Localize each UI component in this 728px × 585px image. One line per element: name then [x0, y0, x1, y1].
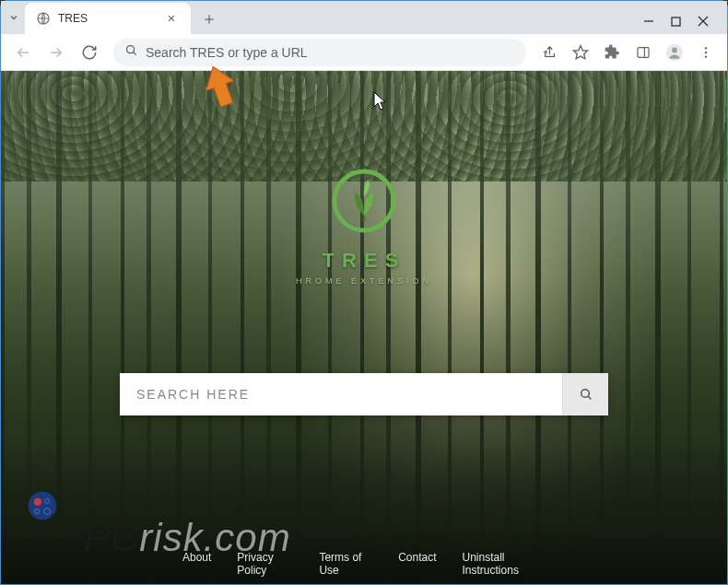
- svg-rect-14: [638, 47, 649, 57]
- page-content: TRES HROME EXTENSION About Privacy Polic…: [1, 71, 727, 584]
- search-icon: [124, 43, 138, 61]
- bookmark-icon[interactable]: [567, 39, 594, 66]
- search-input[interactable]: [120, 373, 562, 415]
- svg-point-23: [581, 390, 589, 398]
- svg-point-20: [705, 55, 707, 57]
- svg-line-24: [588, 396, 591, 399]
- search-box: [120, 373, 608, 415]
- browser-window: TRES: [0, 0, 728, 585]
- toolbar: [1, 34, 727, 71]
- brand-name: TRES: [296, 249, 432, 273]
- extensions-icon[interactable]: [598, 39, 626, 66]
- footer-links: About Privacy Policy Terms of Use Contac…: [182, 551, 546, 577]
- svg-point-18: [705, 47, 707, 49]
- svg-point-25: [29, 492, 57, 521]
- watermark-badge-icon: [27, 490, 58, 521]
- brand-subtitle: HROME EXTENSION: [296, 276, 432, 286]
- svg-point-11: [127, 46, 135, 53]
- footer-link-privacy[interactable]: Privacy Policy: [237, 551, 293, 577]
- close-window-button[interactable]: [698, 16, 709, 27]
- address-bar[interactable]: [113, 39, 526, 66]
- svg-rect-6: [672, 18, 680, 26]
- svg-point-19: [705, 51, 707, 53]
- forward-button[interactable]: [41, 38, 71, 67]
- close-icon[interactable]: [163, 10, 180, 28]
- share-icon[interactable]: [535, 39, 563, 66]
- back-button[interactable]: [8, 38, 38, 67]
- footer-link-contact[interactable]: Contact: [398, 551, 436, 577]
- footer-link-about[interactable]: About: [182, 551, 211, 577]
- svg-line-12: [134, 53, 136, 55]
- tab-strip: TRES: [25, 3, 643, 34]
- svg-point-28: [35, 509, 40, 513]
- leaf-logo-icon: [327, 164, 401, 238]
- footer-link-uninstall[interactable]: Uninstall Instructions: [463, 551, 546, 577]
- tab-search-button[interactable]: [8, 10, 25, 34]
- svg-point-29: [44, 509, 51, 515]
- svg-point-27: [45, 498, 50, 503]
- omnibox-input[interactable]: [146, 45, 515, 60]
- tab-title: TRES: [58, 12, 88, 25]
- footer-link-terms[interactable]: Terms of Use: [319, 551, 372, 577]
- search-button[interactable]: [562, 373, 608, 415]
- maximize-button[interactable]: [671, 17, 681, 27]
- new-tab-button[interactable]: [196, 6, 222, 32]
- svg-marker-13: [574, 45, 588, 58]
- minimize-button[interactable]: [643, 16, 654, 27]
- globe-icon: [36, 11, 51, 26]
- svg-point-17: [672, 47, 677, 53]
- side-panel-icon[interactable]: [629, 39, 657, 66]
- svg-point-26: [34, 498, 42, 507]
- titlebar: TRES: [1, 1, 727, 34]
- search-icon: [579, 387, 593, 402]
- window-controls: [643, 16, 720, 34]
- reload-button[interactable]: [75, 38, 104, 67]
- tab-active[interactable]: TRES: [25, 3, 191, 34]
- kebab-menu-icon[interactable]: [692, 39, 720, 66]
- brand-block: TRES HROME EXTENSION: [296, 164, 432, 286]
- profile-icon[interactable]: [661, 39, 688, 66]
